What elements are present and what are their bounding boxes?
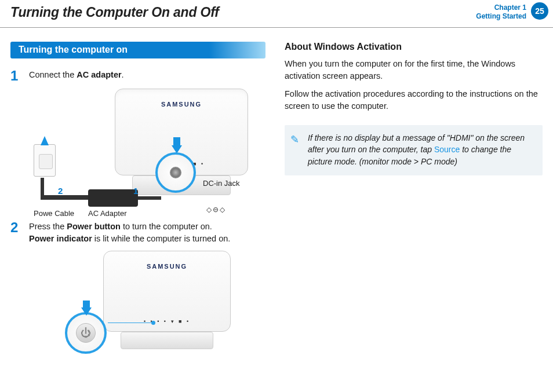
page-title: Turning the Computer On and Off (10, 5, 553, 20)
arrow-up-icon (41, 136, 49, 145)
step-1: 1 Connect the AC adapter. (10, 69, 268, 83)
port-dots: • • • • ▾ ■ • (144, 318, 190, 324)
brand-logo: SAMSUNG (147, 263, 187, 270)
step-text: Press the Power button to turn the compu… (29, 221, 268, 245)
chapter-number: Chapter 1 (476, 3, 526, 12)
subsection-heading: About Windows Activation (285, 42, 543, 52)
text-bold: AC adapter (77, 70, 121, 79)
arrow-down-icon (172, 137, 182, 153)
cable-graphic (41, 196, 88, 200)
chapter-name: Getting Started (476, 12, 526, 21)
brand-logo: SAMSUNG (161, 101, 202, 108)
text: Press the (29, 222, 67, 231)
paragraph: When you turn the computer on for the fi… (285, 58, 543, 82)
page-header: Turning the Computer On and Off Chapter … (0, 0, 553, 28)
text: to turn the computer on. (121, 222, 212, 231)
text-bold: Power indicator (29, 234, 92, 243)
svg-marker-0 (172, 137, 182, 153)
paragraph: Follow the activation procedures accordi… (285, 88, 543, 112)
label-dc-in-jack: DC-in Jack (203, 179, 240, 188)
callout-line (108, 323, 153, 323)
section-heading: Turning the computer on (10, 42, 265, 58)
arrow-down-icon (81, 301, 92, 316)
right-column: About Windows Activation When you turn t… (285, 42, 543, 355)
label-ac-adapter: AC Adapter (88, 209, 127, 218)
chapter-block: Chapter 1 Getting Started 25 (476, 3, 546, 21)
power-button-callout: ⏻ (65, 312, 107, 354)
power-icon: ⏻ (76, 323, 96, 343)
dc-symbol: ◇⊖◇ (206, 206, 226, 214)
text: Connect the (29, 70, 77, 79)
callout-number-1: 1 (133, 186, 144, 196)
wall-outlet-graphic (34, 144, 56, 177)
text: is lit while the computer is turned on. (92, 234, 231, 243)
label-power-cable: Powe Cable (34, 209, 74, 218)
monitor-graphic: SAMSUNG • • • • ▾ ■ • (103, 251, 231, 332)
note-icon: ✎ (290, 132, 299, 147)
dc-in-callout (155, 152, 196, 193)
step-number: 1 (10, 69, 23, 83)
cable-graphic (138, 196, 161, 200)
svg-marker-1 (81, 301, 92, 316)
step-number: 2 (10, 221, 23, 245)
step-text: Connect the AC adapter. (29, 69, 268, 83)
text-bold: Power button (67, 222, 121, 231)
illustration-power-button: SAMSUNG • • • • ▾ ■ • ⏻ (10, 251, 268, 355)
text: . (122, 70, 124, 79)
adapter-brick-graphic (88, 189, 138, 207)
page-number-badge: 25 (531, 2, 548, 20)
note-box: ✎ If there is no display but a message o… (285, 125, 543, 175)
monitor-stand (121, 332, 213, 349)
callout-number-2: 2 (58, 186, 68, 196)
illustration-ac-adapter: SAMSUNG • • • • ▾ ■ • 1 2 Powe Cable AC … (10, 89, 268, 210)
source-label: Source (434, 145, 460, 154)
step-2: 2 Press the Power button to turn the com… (10, 221, 268, 245)
left-column: Turning the computer on 1 Connect the AC… (10, 42, 268, 355)
